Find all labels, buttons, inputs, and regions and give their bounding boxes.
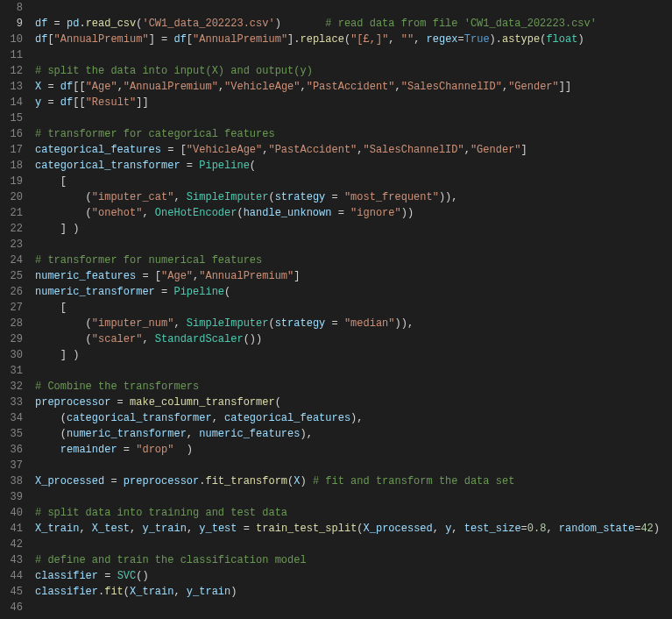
token: (: [35, 191, 92, 203]
line-number: 33: [0, 395, 23, 410]
code-line[interactable]: X = df[["Age","AnnualPremium","VehicleAg…: [35, 79, 672, 95]
token: (: [224, 286, 230, 298]
token: (: [250, 160, 256, 172]
code-line[interactable]: # define and train the classification mo…: [35, 552, 672, 568]
line-number: 22: [0, 221, 23, 237]
code-line[interactable]: [: [35, 174, 672, 189]
code-line[interactable]: remainder = "drop" ): [35, 442, 672, 458]
token: make_column_transformer: [130, 396, 275, 409]
code-line[interactable]: X_processed = preprocessor.fit_transform…: [35, 473, 672, 489]
token: numeric_features: [199, 428, 300, 440]
token: ()): [244, 333, 263, 345]
code-line[interactable]: # transformer for categorical features: [35, 126, 672, 142]
line-number: 45: [0, 584, 23, 600]
line-number: 10: [0, 32, 23, 47]
token: ] =: [149, 33, 174, 46]
code-line[interactable]: df["AnnualPremium"] = df["AnnualPremium"…: [35, 32, 672, 47]
code-line[interactable]: (numeric_transformer, numeric_features),: [35, 426, 672, 442]
code-area[interactable]: df = pd.read_csv('CW1_data_202223.csv') …: [35, 0, 672, 619]
line-number: 19: [0, 174, 23, 189]
token: ]]: [559, 81, 571, 93]
code-line[interactable]: numeric_features = ["Age","AnnualPremium…: [35, 268, 672, 284]
code-line[interactable]: # split the data into input(X) and outpu…: [35, 63, 672, 79]
code-line[interactable]: # split data into training and test data: [35, 505, 672, 521]
token: y_test: [199, 523, 237, 535]
token: X_train: [130, 586, 173, 598]
token: (: [275, 396, 281, 409]
code-line[interactable]: ("scaler", StandardScaler()): [35, 331, 672, 347]
token: =: [325, 317, 344, 330]
token: StandardScaler: [155, 333, 244, 345]
code-line[interactable]: classifier = SVC(): [35, 568, 672, 584]
line-number: 28: [0, 316, 23, 331]
token: # transformer for categorical features: [35, 128, 275, 140]
token: pd: [67, 18, 79, 30]
code-line[interactable]: ("onehot", OneHotEncoder(handle_unknown …: [35, 205, 672, 221]
token: remainder: [60, 444, 117, 456]
token: categorical_features: [224, 412, 350, 424]
line-number: 15: [0, 110, 23, 126]
token: "scaler": [92, 333, 143, 345]
code-line[interactable]: [35, 0, 672, 16]
code-line[interactable]: ] ): [35, 221, 672, 237]
code-editor[interactable]: 8910111213141516171819202122232425262728…: [0, 0, 672, 619]
token: "SalesChannelID": [364, 144, 464, 156]
token: # fit and transform the data set: [313, 475, 514, 487]
token: =: [237, 523, 257, 535]
token: ,: [395, 81, 401, 93]
token: "SalesChannelID": [401, 81, 502, 93]
token: [: [187, 33, 193, 46]
code-line[interactable]: (categorical_transformer, categorical_fe…: [35, 410, 672, 426]
code-line[interactable]: ("imputer_num", SimpleImputer(strategy =…: [35, 316, 672, 331]
token: "Gender": [470, 144, 521, 156]
code-line[interactable]: # Combine the transformers: [35, 379, 672, 395]
line-number: 21: [0, 205, 23, 221]
token: =: [98, 570, 117, 582]
line-number: 26: [0, 284, 23, 300]
token: (: [35, 317, 92, 330]
code-line[interactable]: [35, 47, 672, 63]
token: ),: [300, 428, 312, 440]
code-line[interactable]: ("imputer_cat", SimpleImputer(strategy =…: [35, 189, 672, 205]
token: ): [230, 586, 237, 598]
line-number: 11: [0, 47, 23, 63]
code-line[interactable]: [35, 458, 672, 473]
code-line[interactable]: numeric_transformer = Pipeline(: [35, 284, 672, 300]
code-line[interactable]: y = df[["Result"]]: [35, 95, 672, 110]
token: ).: [490, 33, 502, 46]
line-number: 27: [0, 300, 23, 316]
token: .: [79, 18, 85, 30]
code-line[interactable]: # transformer for numerical features: [35, 253, 672, 268]
token: preprocessor: [124, 475, 199, 487]
token: X_test: [92, 523, 130, 535]
token: (: [35, 428, 67, 440]
token: =: [110, 396, 130, 409]
code-line[interactable]: [35, 489, 672, 505]
token: ,: [464, 144, 470, 156]
code-line[interactable]: classifier.fit(X_train, y_train): [35, 584, 672, 600]
token: OneHotEncoder: [155, 207, 237, 219]
code-line[interactable]: [35, 110, 672, 126]
code-line[interactable]: categorical_features = ["VehicleAge","Pa…: [35, 142, 672, 158]
code-line[interactable]: [35, 237, 672, 253]
token: "Age": [161, 270, 193, 282]
code-line[interactable]: [35, 600, 672, 615]
code-line[interactable]: ] ): [35, 347, 672, 363]
token: (: [35, 207, 92, 219]
token: Pipeline: [199, 160, 250, 172]
token: "AnnualPremium": [54, 33, 149, 46]
code-line[interactable]: preprocessor = make_column_transformer(: [35, 395, 672, 410]
code-line[interactable]: categorical_transformer = Pipeline(: [35, 158, 672, 174]
token: =: [325, 191, 344, 203]
code-line[interactable]: [35, 537, 672, 552]
token: )): [401, 207, 414, 219]
code-line[interactable]: [35, 363, 672, 379]
line-number: 17: [0, 142, 23, 158]
code-line[interactable]: X_train, X_test, y_train, y_test = train…: [35, 521, 672, 537]
line-number: 9: [0, 16, 23, 32]
code-line[interactable]: [: [35, 300, 672, 316]
code-line[interactable]: df = pd.read_csv('CW1_data_202223.csv') …: [35, 16, 672, 32]
token: # Combine the transformers: [35, 381, 199, 393]
line-number: 24: [0, 253, 23, 268]
token: (): [136, 570, 148, 582]
